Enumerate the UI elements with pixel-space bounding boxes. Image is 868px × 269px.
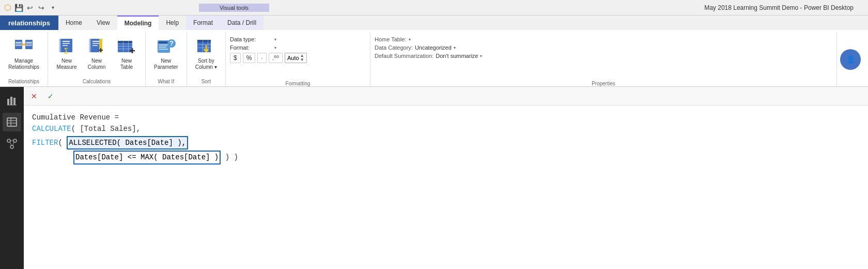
formula-editor[interactable]: Cumulative Revenue = CALCULATE( [Total S… <box>24 106 868 269</box>
menu-file[interactable]: relationships <box>0 16 58 30</box>
code-line-1: Cumulative Revenue = <box>32 112 860 123</box>
manage-relationships-button[interactable]: ManageRelationships <box>4 34 43 72</box>
formatting-section-label: Formatting <box>230 78 366 86</box>
svg-rect-44 <box>197 40 211 42</box>
sort-by-column-label: Sort byColumn ▾ <box>195 58 217 70</box>
new-measure-label: NewMeasure <box>57 58 77 70</box>
svg-rect-39 <box>159 47 166 48</box>
data-category-arrow[interactable]: ▾ <box>454 46 456 50</box>
sidebar-icon-table[interactable] <box>3 113 21 131</box>
user-area: 👤 <box>837 32 868 86</box>
svg-point-60 <box>10 145 13 148</box>
visual-tools-label: Visual tools <box>199 4 269 12</box>
properties-section-label: Properties <box>375 78 832 86</box>
format-row: Format: ▾ <box>230 44 366 51</box>
app-icon: ⬡ <box>4 3 11 12</box>
window-title: May 2018 Learning Summit Demo - Power BI… <box>509 4 864 11</box>
new-column-icon <box>86 36 107 57</box>
ribbon: ManageRelationships Relationships ∑ <box>0 30 868 87</box>
svg-rect-22 <box>92 43 100 44</box>
manage-relationships-label: ManageRelationships <box>8 58 39 70</box>
home-table-label: Home Table: <box>375 36 407 42</box>
svg-rect-23 <box>92 45 98 46</box>
cancel-formula-button[interactable]: ✕ <box>28 90 40 102</box>
svg-rect-50 <box>7 99 9 105</box>
svg-line-63 <box>13 142 14 145</box>
menu-view[interactable]: View <box>89 16 117 30</box>
svg-rect-21 <box>92 41 100 42</box>
user-avatar[interactable]: 👤 <box>840 49 861 70</box>
new-column-button[interactable]: NewColumn <box>82 34 111 72</box>
svg-point-10 <box>24 43 26 46</box>
menu-bar: relationships Home View Modeling Help Fo… <box>0 16 868 30</box>
datatype-dropdown-arrow: ▾ <box>274 37 276 42</box>
data-category-label: Data Category: <box>375 44 413 51</box>
sort-by-column-icon <box>196 36 216 57</box>
ribbon-section-properties: Home Table: ▾ Data Category: Uncategoriz… <box>370 32 837 86</box>
home-table-row: Home Table: ▾ <box>375 36 832 42</box>
data-category-value: Uncategorized <box>415 44 452 51</box>
percent-button[interactable]: % <box>243 53 256 63</box>
confirm-formula-button[interactable]: ✓ <box>44 90 57 102</box>
calculate-keyword: CALCULATE <box>32 125 71 133</box>
svg-rect-6 <box>26 43 32 44</box>
ribbon-section-calculations: ∑ NewMeasure <box>48 32 146 86</box>
closing-parens: ) ) <box>221 153 238 161</box>
new-table-icon <box>116 36 137 57</box>
svg-rect-7 <box>26 45 32 46</box>
datatype-dropdown[interactable]: ▾ <box>274 37 276 42</box>
svg-rect-31 <box>118 49 132 49</box>
new-table-button[interactable]: NewTable <box>112 34 141 72</box>
sort-buttons: Sort byColumn ▾ <box>191 34 221 79</box>
format-symbols-row: $ % · .⁰⁰ Auto ▲ ▼ <box>230 53 366 63</box>
sort-by-column-button[interactable]: Sort byColumn ▾ <box>191 34 221 72</box>
svg-rect-1 <box>16 42 22 43</box>
svg-line-62 <box>10 142 11 145</box>
relationships-section-label: Relationships <box>8 79 39 86</box>
format-dropdown[interactable]: ▾ <box>274 46 276 50</box>
home-table-arrow[interactable]: ▾ <box>409 37 411 42</box>
dropdown-icon[interactable]: ▾ <box>49 4 57 12</box>
formula-bar: ✕ ✓ Cumulative Revenue = CALCULATE( [Tot… <box>24 87 868 269</box>
code-line-2: CALCULATE( [Total Sales], <box>32 123 860 134</box>
currency-button[interactable]: $ <box>230 53 241 63</box>
new-measure-icon: ∑ <box>56 36 77 57</box>
redo-icon[interactable]: ↪ <box>37 4 45 12</box>
left-sidebar <box>0 87 24 269</box>
auto-spinners[interactable]: ▲ ▼ <box>300 54 304 62</box>
new-parameter-button[interactable]: ? NewParameter <box>150 34 182 72</box>
whatif-buttons: ? NewParameter <box>150 34 182 79</box>
new-column-label: NewColumn <box>88 58 105 70</box>
comma-button[interactable]: · <box>257 53 266 63</box>
sidebar-icon-barchart[interactable] <box>3 91 21 110</box>
default-summarization-label: Default Summarization: <box>375 53 433 59</box>
menu-data-drill[interactable]: Data / Drill <box>220 16 264 30</box>
formula-area: ✕ ✓ Cumulative Revenue = CALCULATE( [Tot… <box>0 87 868 269</box>
decimal-button[interactable]: .⁰⁰ <box>269 53 283 63</box>
title-bar: ⬡ 💾 ↩ ↪ ▾ Visual tools May 2018 Learning… <box>0 0 868 16</box>
svg-rect-47 <box>197 44 211 45</box>
default-summarization-arrow[interactable]: ▾ <box>480 54 482 58</box>
svg-rect-38 <box>159 44 169 46</box>
svg-rect-16 <box>63 45 68 46</box>
save-icon[interactable]: 💾 <box>14 4 23 12</box>
menu-format[interactable]: Format <box>186 16 220 30</box>
calculate-args: ( [Total Sales], <box>71 125 141 133</box>
svg-rect-5 <box>26 42 32 43</box>
ribbon-section-relationships: ManageRelationships Relationships <box>0 32 48 86</box>
undo-icon[interactable]: ↩ <box>26 4 34 12</box>
default-summarization-value: Don't summarize <box>436 53 478 59</box>
default-summarization-row: Default Summarization: Don't summarize ▾ <box>375 53 832 59</box>
menu-help[interactable]: Help <box>159 16 186 30</box>
sidebar-icon-relationship[interactable] <box>3 134 21 153</box>
new-table-label: NewTable <box>120 58 133 70</box>
datatype-row: Data type: ▾ <box>230 36 366 42</box>
new-measure-button[interactable]: ∑ NewMeasure <box>52 34 81 72</box>
auto-box[interactable]: Auto ▲ ▼ <box>285 53 307 63</box>
svg-rect-52 <box>13 98 16 105</box>
ribbon-section-sort: Sort byColumn ▾ Sort <box>187 32 226 86</box>
menu-home[interactable]: Home <box>58 16 89 30</box>
menu-modeling[interactable]: Modeling <box>117 16 159 30</box>
data-category-row: Data Category: Uncategorized ▾ <box>375 44 832 51</box>
calculations-buttons: ∑ NewMeasure <box>52 34 141 79</box>
